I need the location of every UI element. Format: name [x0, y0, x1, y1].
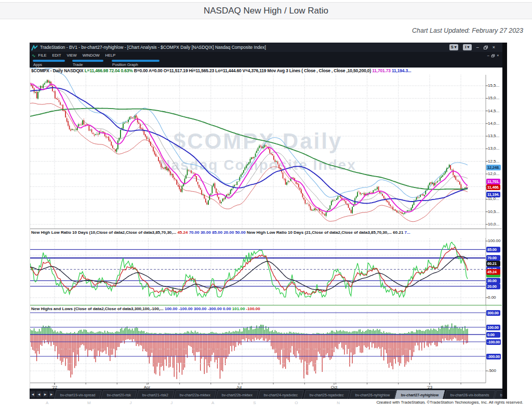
- text-part: 45.24: [177, 230, 189, 235]
- workspace-tab-bar: ◀◀▶▶ bv-chart19-vix-spreadbv-chart20-ris…: [30, 389, 502, 399]
- child-restore-button[interactable]: [491, 54, 495, 57]
- text-part: Mov Avg 3 Lines ( Close , Close , Close …: [268, 68, 373, 73]
- child-minimize-button[interactable]: –: [487, 54, 489, 58]
- text-part: New High Low Ratio 10 Days (10,Close of …: [31, 230, 177, 235]
- bg-month-letter: N: [337, 400, 340, 405]
- tab-bv-chart21-risk2[interactable]: bv-chart21-risk2: [136, 390, 175, 399]
- bg-month-letter: J: [170, 400, 172, 405]
- ratio-panel-header: New High Low Ratio 10 Days (10,Close of …: [30, 229, 486, 238]
- x-axis-label: Oct: [327, 385, 341, 390]
- bg-month-letter: M: [87, 400, 91, 405]
- x-axis-label: Jul: [232, 385, 246, 390]
- menu-item-window[interactable]: WINDOW: [83, 53, 100, 58]
- window-titlebar[interactable]: TradeStation - BV1 - bv-chart27-nyhighlo…: [30, 43, 502, 52]
- tabs-scroll-last-button[interactable]: ▶: [49, 391, 54, 397]
- tab-bv-chart27-nyhighlow[interactable]: bv-chart27-nyhighlow: [395, 390, 445, 399]
- tab-bv-chart20-risk[interactable]: bv-chart20-risk: [101, 390, 138, 399]
- x-axis-label: '22: [48, 385, 61, 390]
- tab-label: bv-chart19-vix-spread: [60, 393, 96, 397]
- tab-bv-chart19-vix-spread[interactable]: bv-chart19-vix-spread: [54, 390, 102, 399]
- tab-label: bv-chart26-nyhighlow: [355, 393, 390, 397]
- text-part: New High Low Ratio 10 Days (21,Close of …: [247, 230, 393, 235]
- text-part: -100.00: [246, 306, 260, 311]
- toolbar-group-position-graph[interactable]: Position Graph: [112, 59, 159, 68]
- symbol-info-row: $COMPX - Daily NASDQIX L=11,466.98 72.04…: [31, 68, 501, 74]
- tab-bv-chart28-vix-bolbands[interactable]: bv-chart28-vix-bolbands: [444, 390, 495, 399]
- menu-item-file[interactable]: FILE: [38, 53, 47, 58]
- x-axis-label: '23: [423, 385, 436, 390]
- minimize-button[interactable]: –: [476, 45, 479, 50]
- tab-label: bv-chart22b-mktwx: [222, 393, 252, 397]
- toolbar: AppsTradePosition Graph: [30, 59, 502, 68]
- toolbar-group-trade[interactable]: Trade: [72, 59, 103, 68]
- copyright-footer: Created with TradeStation. ©TradeStation…: [377, 400, 524, 405]
- restore-button[interactable]: [484, 46, 488, 49]
- close-button[interactable]: ×: [493, 45, 495, 50]
- window-title: TradeStation - BV1 - bv-chart27-nyhighlo…: [40, 45, 449, 50]
- toolbar-group-apps[interactable]: Apps: [33, 59, 65, 68]
- tab-label: bv-chart29: [500, 393, 502, 397]
- text-part: 60.21: [393, 230, 404, 235]
- menu-bar: ∿ FILEEDITVIEWWINDOWHELP – ×: [30, 52, 502, 59]
- page-header: NASDAQ New High / Low Ratio: [0, 2, 532, 19]
- bg-month-letter: O: [295, 400, 298, 405]
- bg-month-letter: A: [211, 400, 214, 405]
- toolbar-group-bar: [33, 60, 65, 62]
- menu-item-help[interactable]: HELP: [105, 53, 116, 58]
- tradestation-logo-icon: [31, 44, 38, 50]
- toolbar-group-label: Trade: [73, 62, 83, 67]
- tab-bv-chart25-nqadvdec[interactable]: bv-chart25-nqadvdec: [303, 390, 350, 399]
- page-title: NASDAQ New High / Low Ratio: [0, 3, 532, 19]
- tabs-scroll-next-button[interactable]: ▶: [43, 391, 48, 397]
- tabs-scroll-first-button[interactable]: ◀: [30, 391, 35, 397]
- text-part: $COMPX - Daily NASDQIX: [31, 68, 85, 73]
- chart-plot[interactable]: [30, 68, 502, 389]
- text-part: New Highs and Lows (Close of data2,Close…: [31, 306, 165, 311]
- text-part: 70.00 30.00 85.00 20.00 50.00: [189, 230, 247, 235]
- toolbar-group-label: Position Graph: [112, 62, 138, 67]
- text-part: L=11,466.98 72.04 0.63%: [85, 68, 134, 73]
- tab-bv-chart26-nyhighlow[interactable]: bv-chart26-nyhighlow: [349, 390, 396, 399]
- child-close-button[interactable]: ×: [497, 54, 499, 58]
- menu-item-view[interactable]: VIEW: [66, 53, 76, 58]
- chart-squiggle-icon: ∿: [32, 53, 36, 58]
- tab-bv-chart22b-mktwx[interactable]: bv-chart22b-mktwx: [216, 390, 259, 399]
- text-part: 7...: [405, 230, 410, 235]
- tab-label: bv-chart20-risk: [107, 393, 131, 397]
- text-part: 101.00: [232, 306, 246, 311]
- chart-area: $COMPX Daily Nasdaq Composite Index $COM…: [30, 68, 502, 389]
- text-part: B=0.00 A=0.00: [134, 68, 164, 73]
- tab-label: bv-chart27-nyhighlow: [401, 393, 438, 397]
- tab-label: bv-chart24-nyadvdec: [264, 393, 298, 397]
- text-part: 100.00 -100.00 300.00 -300.00 0.00: [165, 306, 232, 311]
- bg-month-letter: S: [253, 400, 256, 405]
- tab-bv-chart29[interactable]: bv-chart29: [494, 390, 502, 399]
- toolbar-group-bar: [112, 60, 159, 62]
- style-dropdown-button[interactable]: S ▾: [449, 44, 458, 50]
- text-part: O=11,517.19 Hi=11,565.23 Lo=11,444.60 V=…: [164, 68, 268, 73]
- menu-item-edit[interactable]: EDIT: [52, 53, 61, 58]
- text-part: 11,194.3...: [392, 68, 411, 73]
- bg-month-letter: J: [130, 400, 132, 405]
- tab-bv-chart24-nyadvdec[interactable]: bv-chart24-nyadvdec: [258, 390, 304, 399]
- tab-bv-chart22a-mktwx[interactable]: bv-chart22a-mktwx: [174, 390, 217, 399]
- highlow-panel-header: New Highs and Lows (Close of data2,Close…: [30, 305, 486, 312]
- bg-month-letter: A: [46, 400, 48, 405]
- toolbar-group-bar: [72, 60, 103, 62]
- chart-updated-label: Chart Last Updated: February 27 2023: [412, 27, 523, 34]
- toolbar-group-label: Apps: [33, 62, 42, 67]
- text-part: 11,701.73: [372, 68, 392, 73]
- tab-label: bv-chart21-risk2: [142, 393, 168, 397]
- tab-label: bv-chart25-nqadvdec: [310, 393, 344, 397]
- tradestation-window: TradeStation - BV1 - bv-chart27-nyhighlo…: [30, 43, 507, 399]
- tab-label: bv-chart22a-mktwx: [180, 393, 210, 397]
- indicator-dropdown-button[interactable]: I ▾: [463, 44, 472, 50]
- x-axis-label: Apr: [140, 385, 154, 390]
- tab-label: bv-chart28-vix-bolbands: [450, 393, 489, 397]
- tabs-scroll-prev-button[interactable]: ◀: [36, 391, 42, 397]
